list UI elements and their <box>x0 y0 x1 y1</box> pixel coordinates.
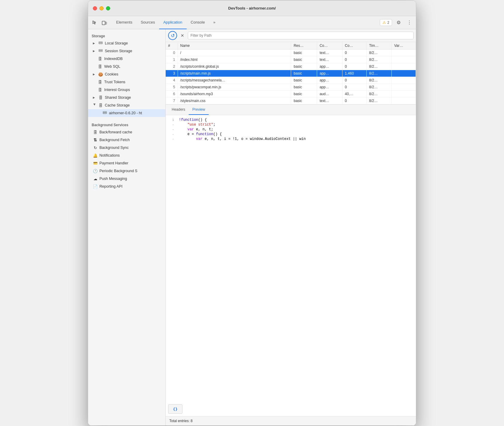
filter-input[interactable] <box>188 32 414 39</box>
expand-arrow: ▶ <box>93 73 96 76</box>
col-num: # <box>166 42 178 50</box>
cookies-icon: 🍪 <box>98 72 103 77</box>
devtools-window: DevTools - airhorner.com/ Elements Sourc… <box>88 0 416 426</box>
code-panel: 1!function() {- "use strict";- var e, n,… <box>166 115 416 402</box>
tab-console[interactable]: Console <box>187 16 209 29</box>
sidebar-item-background-fetch[interactable]: ⇅ Background Fetch <box>88 136 165 144</box>
total-entries: Total entries: 8 <box>166 416 416 425</box>
tab-preview[interactable]: Preview <box>189 105 209 115</box>
table-row[interactable]: 1/index.htmlbasictext…08/2… <box>166 56 416 63</box>
table-row[interactable]: 2/scripts/comlink.global.jsbasicapp…08/2… <box>166 63 416 70</box>
warning-count: 2 <box>387 21 389 25</box>
refresh-button[interactable]: ↺ <box>168 31 177 40</box>
col-res: Res… <box>291 42 317 50</box>
tab-sources[interactable]: Sources <box>136 16 159 29</box>
tab-application[interactable]: Application <box>159 16 187 29</box>
cookies-label: Cookies <box>105 72 162 76</box>
col-name: Name <box>178 42 291 50</box>
table-header-row: # Name Res… Co… Co… Tim… Var… <box>166 42 416 50</box>
shared-storage-label: Shared Storage <box>105 95 162 100</box>
table-row[interactable]: 4/scripts/messagechannela…basicapp…08/2… <box>166 77 416 84</box>
sidebar-item-indexeddb[interactable]: 🗄 IndexedDB <box>88 55 165 63</box>
sidebar-item-local-storage[interactable]: ▶ Local Storage <box>88 39 165 47</box>
tab-elements[interactable]: Elements <box>112 16 136 29</box>
sidebar-item-push-messaging[interactable]: ☁ Push Messaging <box>88 175 165 183</box>
trust-tokens-icon: 🗄 <box>98 80 102 84</box>
line-content: var e, n, t; <box>179 127 414 132</box>
web-sql-icon: 🗄 <box>98 64 102 69</box>
line-number: - <box>168 132 174 136</box>
main-content: Storage ▶ Local Storage ▶ Session Storag… <box>88 29 416 425</box>
line-content: "use strict"; <box>179 123 414 127</box>
table-row[interactable]: 0/basictext…08/2… <box>166 50 416 56</box>
sidebar-item-back-forward-cache[interactable]: 🗄 Back/forward cache <box>88 128 165 136</box>
settings-icon[interactable]: ⚙ <box>394 18 403 27</box>
warning-icon: ⚠ <box>382 20 386 25</box>
reporting-icon: 📄 <box>93 184 98 189</box>
warning-badge[interactable]: ⚠ 2 <box>380 19 392 26</box>
line-content: var e, n, t, i = !1, o = window.AudioCon… <box>179 137 414 141</box>
json-format-button[interactable]: {} <box>168 404 182 414</box>
tab-more[interactable]: » <box>209 16 219 29</box>
tab-bar-right: ⚠ 2 ⚙ ⋮ <box>380 18 414 27</box>
minimize-button[interactable] <box>99 6 104 10</box>
sidebar-item-background-sync[interactable]: ↻ Background Sync <box>88 144 165 152</box>
bg-sync-label: Background Sync <box>99 146 162 150</box>
table-row[interactable]: 6/sounds/airhorn.mp3basicaud…40,…8/2… <box>166 91 416 98</box>
line-number: 1 <box>168 118 174 122</box>
more-options-icon[interactable]: ⋮ <box>405 18 414 27</box>
clear-button[interactable]: ✕ <box>178 31 187 40</box>
svg-rect-5 <box>99 51 102 52</box>
storage-label: Storage <box>88 32 165 39</box>
sidebar-item-payment-handler[interactable]: 💳 Payment Handler <box>88 159 165 167</box>
notifications-icon: 🔔 <box>93 153 98 158</box>
svg-rect-0 <box>102 21 105 25</box>
sidebar-item-web-sql[interactable]: 🗄 Web SQL <box>88 63 165 70</box>
bg-sync-icon: ↻ <box>93 146 98 150</box>
sidebar-item-interest-groups[interactable]: 🗄 Interest Groups <box>88 86 165 94</box>
sidebar-item-cookies[interactable]: ▶ 🍪 Cookies <box>88 70 165 78</box>
sidebar-item-periodic-bg[interactable]: 🕐 Periodic Background S <box>88 167 165 175</box>
table-row[interactable]: 5/scripts/pwacompat.min.jsbasicapp…08/2… <box>166 84 416 91</box>
sidebar-item-shared-storage[interactable]: ▶ 🗄 Shared Storage <box>88 94 165 101</box>
sidebar: Storage ▶ Local Storage ▶ Session Storag… <box>88 29 166 425</box>
expand-arrow: ▶ <box>93 104 96 107</box>
expand-arrow: ▶ <box>93 42 96 45</box>
inspect-icon[interactable] <box>90 18 99 27</box>
bg-services-label: Background Services <box>88 121 165 128</box>
code-line: 1!function() { <box>166 118 416 122</box>
table-row[interactable]: 3/scripts/main.min.jsbasicapp…1,4608/2… <box>166 70 416 77</box>
payment-icon: 💳 <box>93 161 98 165</box>
sidebar-item-cache-storage[interactable]: ▶ 🗄 Cache Storage <box>88 101 165 109</box>
sidebar-item-trust-tokens[interactable]: 🗄 Trust Tokens <box>88 78 165 86</box>
interest-groups-label: Interest Groups <box>104 88 162 92</box>
maximize-button[interactable] <box>106 6 110 10</box>
code-line: - "use strict"; <box>166 122 416 127</box>
close-button[interactable] <box>93 6 97 10</box>
svg-rect-6 <box>103 112 107 112</box>
local-storage-icon <box>98 41 103 46</box>
shared-storage-icon: 🗄 <box>98 95 103 100</box>
sidebar-item-cache-item[interactable]: airhorner-0.6.20 - ht <box>88 109 165 117</box>
cache-storage-label: Cache Storage <box>105 103 162 107</box>
indexeddb-icon: 🗄 <box>98 57 102 61</box>
session-storage-label: Session Storage <box>105 49 162 53</box>
svg-rect-7 <box>103 113 107 114</box>
session-storage-icon <box>98 49 103 54</box>
device-toggle-icon[interactable] <box>100 18 108 27</box>
back-forward-icon: 🗄 <box>93 130 98 135</box>
sidebar-item-session-storage[interactable]: ▶ Session Storage <box>88 47 165 55</box>
tab-bar: Elements Sources Application Console » ⚠… <box>88 16 416 29</box>
table-row[interactable]: 7/styles/main.cssbasictext…08/2… <box>166 98 416 104</box>
expand-arrow: ▶ <box>93 50 96 53</box>
tab-headers[interactable]: Headers <box>168 105 189 115</box>
bottom-panel: Headers Preview 1!function() {- "use str… <box>166 105 416 425</box>
sidebar-item-notifications[interactable]: 🔔 Notifications <box>88 152 165 159</box>
trust-tokens-label: Trust Tokens <box>104 80 162 84</box>
line-content: !function() { <box>179 118 414 122</box>
cache-storage-icon: 🗄 <box>98 103 103 108</box>
bottom-tabs: Headers Preview <box>166 105 416 115</box>
sidebar-item-reporting-api[interactable]: 📄 Reporting API <box>88 183 165 190</box>
line-number: - <box>168 137 174 141</box>
indexeddb-label: IndexedDB <box>104 57 162 61</box>
